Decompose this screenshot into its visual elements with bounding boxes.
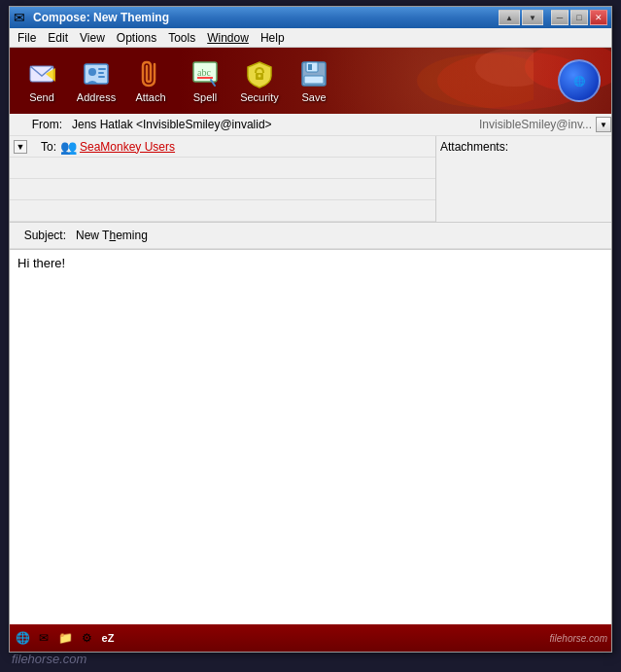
svg-point-5 bbox=[88, 68, 96, 76]
to-expand-button[interactable]: ▼ bbox=[14, 140, 27, 154]
menu-edit[interactable]: Edit bbox=[42, 29, 74, 47]
window-icon: ✉ bbox=[14, 10, 29, 25]
toolbar-globe: 🌐 bbox=[555, 52, 604, 110]
titlebar-buttons: ▲ ▼ ─ □ ✕ bbox=[499, 10, 607, 25]
toolbar-decoration bbox=[339, 48, 534, 114]
from-ghost: InvisibleSmiley@inv... bbox=[479, 118, 592, 131]
menu-view[interactable]: View bbox=[74, 29, 111, 47]
status-mail-icon: ✉ bbox=[35, 629, 52, 647]
subject-value: New Theming bbox=[76, 229, 148, 242]
menubar: File Edit View Options Tools Window Help bbox=[10, 28, 611, 48]
address-label: Address bbox=[77, 91, 116, 103]
menu-window[interactable]: Window bbox=[201, 29, 255, 47]
from-row: From: Jens Hatlak <InvisibleSmiley@inval… bbox=[10, 114, 611, 136]
restore-button[interactable]: □ bbox=[570, 10, 588, 25]
spell-button[interactable]: abc Spell bbox=[179, 53, 231, 109]
send-icon bbox=[26, 58, 57, 89]
to-empty-row-1 bbox=[10, 158, 435, 179]
send-label: Send bbox=[29, 91, 54, 103]
svg-rect-6 bbox=[98, 68, 106, 70]
from-content: Jens Hatlak <InvisibleSmiley@invalid> In… bbox=[68, 114, 596, 135]
from-dropdown[interactable]: ▼ bbox=[596, 117, 611, 132]
toolbar: 🌐 Send bbox=[10, 48, 611, 114]
security-label: Security bbox=[240, 91, 279, 103]
security-icon bbox=[244, 58, 275, 89]
address-icon bbox=[81, 58, 112, 89]
main-window: ✉ Compose: New Theming ▲ ▼ ─ □ ✕ File Ed… bbox=[9, 6, 612, 653]
svg-rect-4 bbox=[85, 64, 108, 84]
attachments-label: Attachments: bbox=[440, 140, 508, 154]
subject-content: New Theming bbox=[72, 225, 607, 246]
subject-row: Subject: New Theming bbox=[10, 223, 611, 249]
body-area[interactable]: Hi there! bbox=[10, 250, 611, 624]
svg-rect-17 bbox=[304, 76, 324, 84]
window-title: Compose: New Theming bbox=[33, 11, 499, 24]
close-button[interactable]: ✕ bbox=[590, 10, 607, 25]
from-field: Jens Hatlak <InvisibleSmiley@invalid> In… bbox=[72, 118, 592, 131]
to-row: ▼ To: 👥 SeaMonkey Users bbox=[10, 136, 435, 158]
header-area: From: Jens Hatlak <InvisibleSmiley@inval… bbox=[10, 114, 611, 250]
titlebar: ✉ Compose: New Theming ▲ ▼ ─ □ ✕ bbox=[10, 7, 611, 28]
recipient-icon: 👥 bbox=[60, 139, 76, 155]
attach-label: Attach bbox=[135, 91, 165, 103]
status-ez-label: eZ bbox=[99, 629, 117, 647]
to-label: To: bbox=[31, 140, 60, 154]
scroll-up-button[interactable]: ▲ bbox=[499, 10, 520, 25]
save-icon bbox=[298, 58, 329, 89]
svg-rect-16 bbox=[308, 64, 312, 70]
menu-options[interactable]: Options bbox=[111, 29, 162, 47]
filehorse-watermark: filehorse.com bbox=[550, 633, 607, 644]
send-button[interactable]: Send bbox=[16, 53, 68, 109]
status-gear-icon: ⚙ bbox=[78, 629, 95, 647]
svg-point-13 bbox=[259, 75, 261, 78]
menu-help[interactable]: Help bbox=[255, 29, 291, 47]
to-empty-row-3 bbox=[10, 200, 435, 222]
spell-icon: abc bbox=[190, 58, 221, 89]
from-label: From: bbox=[10, 118, 68, 131]
minimize-button[interactable]: ─ bbox=[551, 10, 569, 25]
svg-rect-8 bbox=[98, 76, 105, 78]
to-section: ▼ To: 👥 SeaMonkey Users bbox=[10, 136, 436, 222]
from-value: Jens Hatlak <InvisibleSmiley@invalid> bbox=[72, 118, 475, 131]
subject-label: Subject: bbox=[14, 229, 72, 242]
save-button[interactable]: Save bbox=[288, 53, 340, 109]
body-text: Hi there! bbox=[17, 256, 65, 270]
attachments-section: Attachments: bbox=[436, 136, 611, 222]
address-button[interactable]: Address bbox=[70, 53, 122, 109]
status-folder-icon: 📁 bbox=[56, 629, 74, 647]
attach-icon bbox=[135, 58, 166, 89]
svg-rect-7 bbox=[98, 72, 104, 74]
to-attachments-area: ▼ To: 👥 SeaMonkey Users Attachments: bbox=[10, 136, 611, 223]
scroll-down-button[interactable]: ▼ bbox=[522, 10, 543, 25]
to-empty-row-2 bbox=[10, 179, 435, 200]
statusbar: 🌐 ✉ 📁 ⚙ eZ filehorse.com bbox=[10, 624, 611, 652]
outer-watermark: filehorse.com bbox=[12, 652, 86, 666]
menu-tools[interactable]: Tools bbox=[162, 29, 201, 47]
recipient-name[interactable]: SeaMonkey Users bbox=[80, 140, 175, 154]
save-label: Save bbox=[301, 91, 326, 103]
spell-label: Spell bbox=[193, 91, 217, 103]
security-button[interactable]: Security bbox=[233, 53, 286, 109]
attach-button[interactable]: Attach bbox=[124, 53, 177, 109]
svg-text:abc: abc bbox=[197, 67, 211, 78]
menu-file[interactable]: File bbox=[12, 29, 42, 47]
status-globe-icon: 🌐 bbox=[14, 629, 31, 647]
